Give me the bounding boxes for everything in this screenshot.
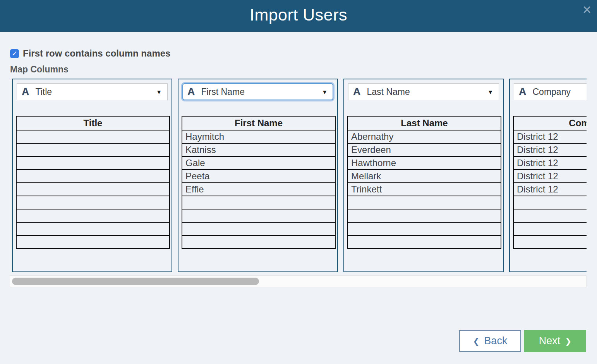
column-preview-table: Last Name AbernathyEverdeenHawthorneMell…	[347, 116, 501, 249]
preview-cell	[513, 209, 587, 222]
column-panel: A First Name ▼ First Name HaymitchKatnis…	[178, 79, 338, 272]
preview-cell: Haymitch	[182, 130, 335, 143]
preview-cell	[16, 235, 170, 249]
dialog-title: Import Users	[0, 5, 597, 24]
preview-cell	[16, 183, 170, 196]
column-mapping-select[interactable]: A First Name ▼	[182, 83, 333, 100]
column-header-cell: Company	[513, 116, 587, 130]
preview-cell: Trinkett	[348, 183, 501, 196]
column-preview-table: Company District 12District 12District 1…	[513, 116, 587, 249]
preview-cell: Mellark	[348, 170, 501, 183]
back-button-label: Back	[484, 335, 507, 347]
map-columns-heading: Map Columns	[10, 64, 69, 75]
text-field-icon: A	[22, 86, 29, 98]
preview-cell: Effie	[182, 183, 335, 196]
preview-cell: Katniss	[182, 143, 335, 156]
chevron-down-icon: ▼	[156, 89, 162, 95]
preview-cell	[16, 170, 170, 183]
preview-cell: Everdeen	[348, 143, 501, 156]
column-header-cell: First Name	[182, 116, 335, 130]
preview-cell: District 12	[513, 143, 587, 156]
next-button[interactable]: Next ❯	[524, 330, 586, 352]
selected-field-label: First Name	[201, 87, 322, 97]
preview-cell: District 12	[513, 183, 587, 196]
column-panel: A Company ▼ Company District 12District …	[509, 79, 587, 272]
preview-cell	[513, 235, 587, 249]
column-panel: A Title ▼ Title	[12, 79, 172, 272]
column-header-cell: Title	[16, 116, 170, 130]
column-mapping-select[interactable]: A Company ▼	[514, 83, 587, 100]
preview-cell	[182, 235, 335, 249]
first-row-option: ✓ First row contains column names	[10, 48, 170, 59]
column-preview-table: First Name HaymitchKatnissGalePeetaEffie	[182, 116, 336, 249]
first-row-checkbox-label: First row contains column names	[23, 48, 170, 59]
preview-cell	[348, 235, 501, 249]
back-button[interactable]: ❮ Back	[459, 330, 521, 352]
chevron-down-icon: ▼	[487, 89, 493, 95]
text-field-icon: A	[519, 86, 527, 98]
preview-cell: District 12	[513, 130, 587, 143]
selected-field-label: Title	[36, 87, 156, 97]
horizontal-scrollbar-thumb[interactable]	[12, 278, 259, 285]
next-button-label: Next	[539, 335, 561, 347]
column-mapping-select[interactable]: A Title ▼	[17, 83, 168, 100]
dialog-titlebar: Import Users ✕	[0, 0, 597, 32]
preview-cell	[513, 222, 587, 235]
preview-cell	[16, 143, 170, 156]
preview-cell: Abernathy	[348, 130, 501, 143]
chevron-left-icon: ❮	[473, 337, 480, 346]
preview-cell	[16, 156, 170, 170]
close-icon[interactable]: ✕	[580, 3, 594, 17]
first-row-checkbox[interactable]: ✓	[10, 49, 19, 58]
preview-cell	[182, 196, 335, 209]
chevron-right-icon: ❯	[565, 337, 571, 346]
column-header-cell: Last Name	[348, 116, 501, 130]
text-field-icon: A	[187, 86, 195, 98]
columns-row: A Title ▼ Title A First Name ▼ First Nam…	[10, 79, 587, 272]
preview-cell	[348, 209, 501, 222]
preview-cell	[16, 130, 170, 143]
selected-field-label: Company	[533, 87, 587, 97]
preview-cell	[513, 196, 587, 209]
preview-cell	[16, 196, 170, 209]
preview-cell: Peeta	[182, 170, 335, 183]
column-panel: A Last Name ▼ Last Name AbernathyEverdee…	[343, 79, 504, 272]
preview-cell	[348, 222, 501, 235]
preview-cell	[16, 222, 170, 235]
preview-cell	[182, 222, 335, 235]
horizontal-scrollbar-track[interactable]	[10, 275, 587, 287]
column-preview-table: Title	[16, 116, 170, 249]
preview-cell	[182, 209, 335, 222]
preview-cell: District 12	[513, 156, 587, 170]
preview-cell	[348, 196, 501, 209]
preview-cell: Gale	[182, 156, 335, 170]
column-mapping-select[interactable]: A Last Name ▼	[348, 83, 499, 100]
chevron-down-icon: ▼	[322, 89, 328, 95]
selected-field-label: Last Name	[367, 87, 488, 97]
columns-viewport: A Title ▼ Title A First Name ▼ First Nam…	[10, 79, 587, 272]
preview-cell	[16, 209, 170, 222]
preview-cell: Hawthorne	[348, 156, 501, 170]
preview-cell: District 12	[513, 170, 587, 183]
text-field-icon: A	[353, 86, 361, 98]
